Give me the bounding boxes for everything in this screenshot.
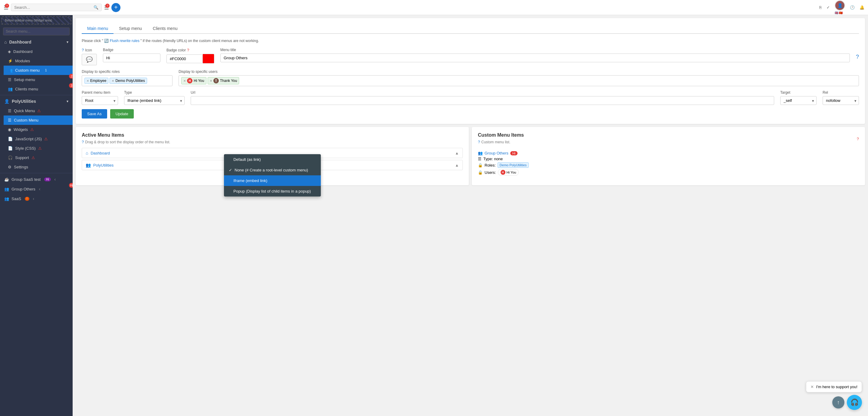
bell-icon[interactable]: 🔔: [860, 5, 864, 10]
badge-input[interactable]: [103, 54, 160, 62]
share-icon[interactable]: ⎘: [819, 5, 822, 10]
hamburger-icon[interactable]: ☰ ?: [4, 4, 8, 11]
chat-bubble-close[interactable]: ✕: [810, 385, 814, 389]
sidebar-before-widget: Before sidebar menu (Widget area): [1, 16, 71, 25]
check-icon[interactable]: ✓: [827, 5, 830, 10]
topbar: ☰ ? 🔍 ☰ ? + ⎘ ✓ 👤 🇬🇧 🇻🇳 🕐 🔔: [0, 0, 868, 15]
form-group-badge: Badge: [103, 48, 160, 62]
setup-menu-badge: 2: [69, 74, 73, 79]
sidebar-item-modules[interactable]: ⚡ Modules: [4, 56, 73, 66]
polyutilities-link[interactable]: PolyUtilities: [93, 163, 114, 168]
user-tag-thankyou: ✕ T Thank You: [208, 77, 239, 84]
sidebar-item-group-saas[interactable]: ☕ Group SaaS test Hi ‹: [0, 174, 73, 184]
roles-input[interactable]: ✕ Employee ✕ Demo PolyUtilities: [82, 75, 173, 86]
sidebar-item-dashboard-sub[interactable]: ◈ Dashboard: [4, 47, 73, 56]
info-text-before: Please click ": [82, 39, 103, 43]
icon-picker[interactable]: 💬: [82, 54, 97, 65]
sidebar-item-js[interactable]: 📄 JavaScript (JS) ⚠: [4, 134, 73, 144]
tabs: Main menu Setup menu Clients menu: [82, 24, 859, 34]
add-button[interactable]: +: [112, 3, 120, 12]
form-group-icon: ? Icon 💬: [82, 48, 97, 65]
dashboard-link[interactable]: Dashboard: [91, 151, 110, 155]
target-label: Target: [780, 91, 816, 95]
active-menu-help[interactable]: ?: [82, 140, 84, 144]
menu-title-input[interactable]: [220, 54, 850, 62]
form-group-roles: Display to specific roles ✕ Employee ✕ D…: [82, 70, 173, 86]
user-chip-avatar: H: [501, 170, 505, 175]
menu-icon[interactable]: ☰ ?: [104, 4, 109, 11]
url-input[interactable]: [191, 96, 774, 105]
sidebar-item-settings[interactable]: ⚙ Settings: [4, 162, 73, 172]
sidebar-item-custom-menu[interactable]: 👥 Custom menu 1: [4, 66, 73, 75]
type-label: Type: [124, 91, 185, 95]
group-others-hi-badge: Hi: [510, 151, 518, 155]
sidebar-item-dashboard[interactable]: ⌂ Dashboard ▾: [0, 37, 73, 47]
sidebar-item-saas[interactable]: 👥 SaaS ! ‹: [0, 194, 73, 204]
users-input[interactable]: ✕ H Hi You ✕ T Thank You: [179, 75, 859, 86]
sidebar-item-widgets[interactable]: ◉ Widgets ⚠: [4, 125, 73, 134]
tab-setup-menu[interactable]: Setup menu: [114, 24, 147, 34]
sidebar-item-setup-menu[interactable]: ☰ Setup menu 2: [4, 75, 73, 84]
saas-collapse[interactable]: ‹: [33, 196, 34, 201]
chat-open-button[interactable]: 🎧: [847, 395, 862, 410]
roles-label: Display to specific roles: [82, 70, 173, 74]
sidebar-item-css[interactable]: 📄 Style (CSS) ⚠: [4, 144, 73, 153]
search-bar[interactable]: 🔍: [11, 4, 102, 11]
widgets-warning: ⚠: [30, 127, 34, 132]
side-help-icon[interactable]: ?: [856, 54, 859, 60]
color-swatch[interactable]: [203, 54, 214, 64]
css-icon: 📄: [8, 146, 13, 150]
user-avatar[interactable]: 👤 🇬🇧 🇻🇳: [835, 0, 845, 14]
sidebar-item-custom-menu2[interactable]: ☰ Custom Menu: [4, 115, 73, 125]
target-select[interactable]: _self: [780, 96, 816, 105]
icon-help[interactable]: ?: [82, 48, 84, 52]
custom-item-icon: 👥: [478, 151, 483, 155]
custom-item-group-others: 👥 Group Others Hi ☰ Type: none 🔒 Roles: …: [478, 148, 859, 180]
custom-menu-help[interactable]: ?: [478, 140, 480, 144]
remove-employee[interactable]: ✕: [87, 79, 89, 82]
remove-thankyou[interactable]: ✕: [210, 79, 212, 82]
poly-icon: 👤: [4, 99, 9, 104]
dropdown-item-default[interactable]: Default (as link): [224, 154, 321, 165]
remove-hiyou[interactable]: ✕: [183, 79, 186, 82]
form-group-badge-color: Badge color ?: [166, 48, 214, 64]
badge-color-input[interactable]: [166, 55, 203, 63]
sidebar-divider-2: [0, 173, 73, 173]
sidebar-item-quick-menu[interactable]: ☰ Quick Menu ⚠: [4, 106, 73, 115]
sidebar-search-input[interactable]: [3, 28, 70, 35]
update-button[interactable]: Update: [110, 109, 134, 118]
sidebar-item-clients-menu[interactable]: 👥 Clients menu 3: [4, 84, 73, 94]
type-select[interactable]: Iframe (embed link): [124, 96, 185, 105]
poly-arrow-up: ▲: [455, 163, 459, 168]
flush-rules-link[interactable]: 🔄 Flush rewrite rules: [104, 39, 139, 43]
info-bar: Please click " 🔄 Flush rewrite rules " i…: [82, 39, 859, 43]
sidebar-item-polyutilities[interactable]: 👤 PolyUtilities ▾: [0, 97, 73, 106]
target-select-wrap: _self: [780, 96, 816, 105]
rel-select[interactable]: nofollow: [823, 96, 859, 105]
tab-main-menu[interactable]: Main menu: [82, 24, 114, 34]
form-row-3: Parent menu item Root Type Iframe (embed…: [82, 91, 859, 105]
scroll-top-button[interactable]: ↑: [832, 396, 844, 409]
tab-clients-menu[interactable]: Clients menu: [147, 24, 183, 34]
parent-select[interactable]: Root: [82, 96, 118, 105]
group-saas-collapse[interactable]: ‹: [55, 177, 56, 182]
saas-icon: 👥: [4, 197, 9, 201]
remove-demo[interactable]: ✕: [112, 79, 114, 82]
save-as-button[interactable]: Save As: [82, 109, 107, 118]
dropdown-item-popup[interactable]: Popup (Display list of child items in a …: [224, 186, 321, 197]
group-others-collapse[interactable]: ‹: [39, 186, 40, 192]
clock-icon[interactable]: 🕐: [850, 5, 855, 10]
poly-arrow: ▾: [67, 100, 68, 103]
sidebar-item-support[interactable]: 🎧 Support ⚠: [4, 153, 73, 162]
widgets-icon: ◉: [8, 127, 11, 132]
main-card: Main menu Setup menu Clients menu Please…: [76, 18, 865, 124]
form-row-2: Display to specific roles ✕ Employee ✕ D…: [82, 70, 859, 86]
group-others-link[interactable]: Group Others: [485, 151, 508, 155]
clients-icon: 👥: [8, 87, 13, 91]
dropdown-item-none[interactable]: ✓ None (# Create a root-level custom men…: [224, 165, 321, 175]
group-saas-icon: ☕: [4, 177, 9, 182]
topbar-left: ☰ ? 🔍 ☰ ? +: [4, 3, 120, 12]
sidebar-item-group-others[interactable]: 👥 Group Others Hi ‹: [0, 184, 73, 194]
dropdown-item-iframe[interactable]: Iframe (embed link): [224, 175, 321, 186]
search-input[interactable]: [14, 5, 91, 10]
